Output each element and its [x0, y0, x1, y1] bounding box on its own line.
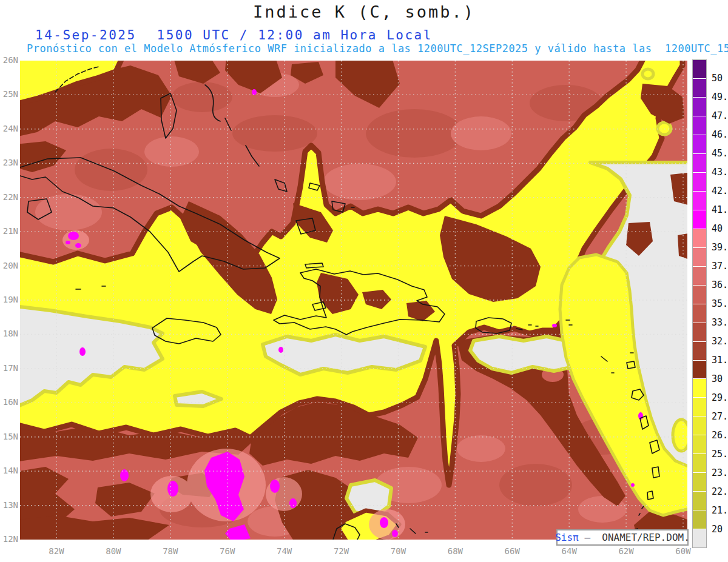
colorbar-label-23.9: 23.9 — [712, 467, 728, 478]
lat-tick-17N: 17N — [1, 363, 18, 373]
lat-tick-26N: 26N — [1, 55, 18, 65]
lon-tick-82W: 82W — [41, 546, 72, 556]
lon-tick-72W: 72W — [326, 546, 357, 556]
colorbar-segment-6 — [693, 173, 706, 192]
colorbar-label-40: 40 — [712, 223, 723, 234]
colorbar-label-45.2: 45.2 — [712, 148, 728, 159]
lon-tick-70W: 70W — [382, 546, 414, 556]
colorbar-segment-9 — [693, 229, 706, 248]
lon-tick-74W: 74W — [269, 546, 300, 556]
colorbar-segment-18 — [693, 398, 706, 416]
colorbar-label-25.2: 25.2 — [712, 449, 728, 460]
colorbar-label-32.6: 32.6 — [712, 336, 728, 347]
colorbar-label-30: 30 — [712, 373, 723, 384]
colorbar-label-43.9: 43.9 — [712, 167, 728, 178]
colorbar-label-41.3: 41.3 — [712, 204, 728, 215]
watermark-dash: – — [579, 532, 602, 543]
lat-tick-12N: 12N — [1, 534, 18, 544]
colorbar-segment-17 — [693, 379, 706, 398]
lat-tick-23N: 23N — [1, 158, 18, 167]
datetime-line: 14-Sep-20251500 UTC / 12:00 am Hora Loca… — [35, 28, 433, 42]
date-text: 14-Sep-2025 — [35, 28, 136, 42]
time-text: 1500 UTC / 12:00 am Hora Local — [157, 28, 433, 42]
colorbar-segment-12 — [693, 286, 706, 304]
colorbar-segment-1 — [693, 79, 706, 98]
map-canvas — [20, 61, 687, 540]
colorbar-segment-22 — [693, 473, 706, 492]
colorbar-segment-8 — [693, 210, 706, 229]
salmon-hole — [487, 390, 518, 410]
colorbar-label-35.2: 35.2 — [712, 298, 728, 309]
kindex-field — [20, 61, 687, 540]
lat-tick-21N: 21N — [1, 226, 18, 236]
colorbar-label-27.8: 27.8 — [712, 411, 728, 422]
lon-tick-68W: 68W — [439, 546, 471, 556]
colorbar-segment-21 — [693, 454, 706, 473]
colorbar-segment-19 — [693, 416, 706, 435]
lat-tick-22N: 22N — [1, 192, 18, 202]
lat-tick-19N: 19N — [1, 295, 18, 304]
colorbar-label-20: 20 — [712, 524, 723, 535]
colorbar-label-21.3: 21.3 — [712, 505, 728, 516]
colorbar-segment-5 — [693, 154, 706, 173]
lat-tick-13N: 13N — [1, 500, 18, 510]
colorbar-segment-4 — [693, 135, 706, 154]
forecast-model-line: Pronóstico con el Modelo Atmósferico WRF… — [27, 42, 728, 55]
lon-tick-78W: 78W — [155, 546, 186, 556]
colorbar-segment-0 — [693, 60, 706, 79]
lat-tick-20N: 20N — [1, 261, 18, 270]
colorbar-label-42.6: 42.6 — [712, 186, 728, 196]
watermark-brand: Sisπ — [555, 532, 579, 543]
chart-title: Indice K (C, somb.) — [0, 2, 728, 21]
colorbar-label-29.1: 29.1 — [712, 392, 728, 403]
colorbar-segment-7 — [693, 192, 706, 210]
colorbar — [692, 59, 707, 548]
lat-tick-18N: 18N — [1, 329, 18, 338]
colorbar-label-47.8: 47.8 — [712, 110, 728, 121]
colorbar-segment-25 — [693, 529, 706, 547]
lat-tick-24N: 24N — [1, 124, 18, 133]
colorbar-label-26.5: 26.5 — [712, 430, 728, 441]
colorbar-segment-10 — [693, 248, 706, 267]
lat-tick-16N: 16N — [1, 397, 18, 407]
lon-tick-64W: 64W — [553, 546, 585, 556]
colorbar-segment-13 — [693, 304, 706, 323]
colorbar-label-33.9: 33.9 — [712, 317, 728, 328]
colorbar-label-22.6: 22.6 — [712, 486, 728, 497]
colorbar-segment-3 — [693, 116, 706, 135]
colorbar-segment-14 — [693, 323, 706, 342]
lat-tick-25N: 25N — [1, 89, 18, 99]
colorbar-segment-20 — [693, 435, 706, 454]
lat-tick-14N: 14N — [1, 466, 18, 475]
colorbar-segment-11 — [693, 267, 706, 286]
colorbar-label-46.5: 46.5 — [712, 129, 728, 140]
lon-tick-76W: 76W — [212, 546, 243, 556]
colorbar-segment-2 — [693, 98, 706, 116]
colorbar-label-37.8: 37.8 — [712, 261, 728, 272]
lat-tick-15N: 15N — [1, 432, 18, 441]
kindex-forecast-page: { "header": { "title": "Indice K (C, som… — [0, 0, 728, 562]
colorbar-label-31.3: 31.3 — [712, 355, 728, 366]
lon-tick-62W: 62W — [610, 546, 642, 556]
colorbar-label-49.1: 49.1 — [712, 92, 728, 102]
colorbar-segment-15 — [693, 342, 706, 361]
colorbar-label-36.5: 36.5 — [712, 279, 728, 290]
colorbar-segment-16 — [693, 361, 706, 380]
colorbar-label-39.1: 39.1 — [712, 242, 728, 253]
lon-tick-66W: 66W — [496, 546, 528, 556]
colorbar-segment-23 — [693, 492, 706, 510]
watermark-org: ONAMET/REP.DOM. — [602, 532, 690, 543]
colorbar-segment-24 — [693, 510, 706, 529]
colorbar-label-50: 50 — [712, 73, 723, 84]
watermark-box: Sisπ – ONAMET/REP.DOM. — [556, 529, 689, 546]
lon-tick-80W: 80W — [98, 546, 129, 556]
